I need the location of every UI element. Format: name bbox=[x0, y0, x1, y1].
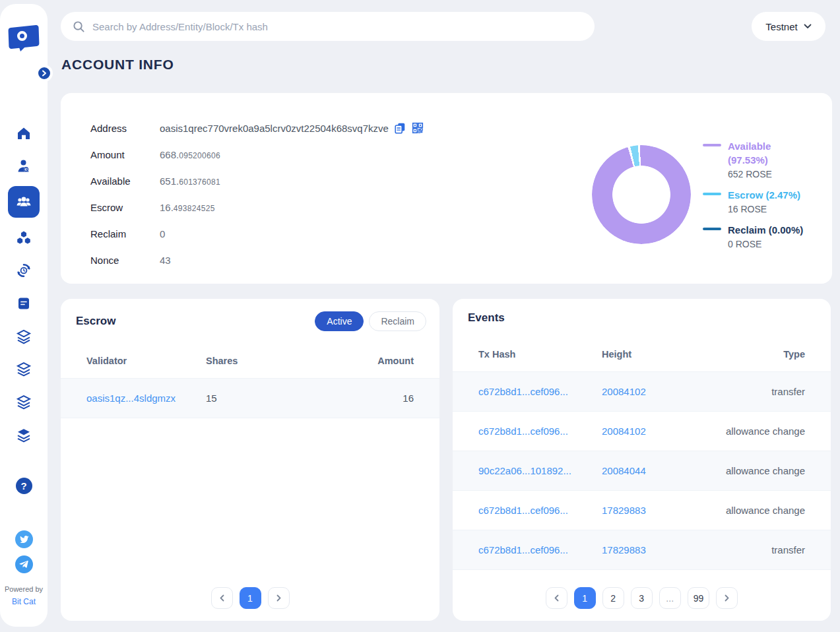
tx-hash-link[interactable]: c672b8d1...cef096... bbox=[478, 505, 568, 516]
bitcat-link[interactable]: Bit Cat bbox=[12, 597, 36, 606]
events-table-row: c672b8d1...cef096... 20084102 allowance … bbox=[453, 412, 831, 451]
legend-amount: 16 ROSE bbox=[728, 204, 800, 214]
next-page-button[interactable] bbox=[716, 587, 738, 609]
search-icon bbox=[73, 20, 85, 33]
reclaim-value: 0 bbox=[160, 228, 165, 239]
page-button-3[interactable]: 3 bbox=[631, 587, 653, 609]
donut-chart bbox=[592, 145, 691, 244]
logo-ring bbox=[17, 31, 27, 41]
legend-item-available[interactable]: Available (97.53%) 652 ROSE bbox=[703, 139, 814, 179]
tx-hash-link[interactable]: c672b8d1...cef096... bbox=[478, 386, 568, 397]
qr-code-button[interactable] bbox=[411, 121, 424, 135]
tx-hash-link[interactable]: c672b8d1...cef096... bbox=[478, 426, 568, 437]
events-title: Events bbox=[468, 311, 505, 325]
sidebar-nav bbox=[8, 120, 40, 449]
field-label: Address bbox=[90, 123, 160, 134]
twitter-link[interactable] bbox=[15, 530, 33, 548]
sidebar-item-paratime-2[interactable] bbox=[8, 356, 40, 383]
escrow-table: Validator Shares Amount oasis1qz...4sldg… bbox=[61, 349, 439, 418]
network-selector[interactable]: Testnet bbox=[752, 12, 825, 41]
chevron-left-icon bbox=[554, 594, 560, 602]
height-link[interactable]: 20084102 bbox=[602, 386, 646, 397]
network-label: Testnet bbox=[765, 21, 797, 32]
events-table: Tx Hash Height Type c672b8d1...cef096...… bbox=[453, 342, 831, 570]
legend-label: Available (97.53%) bbox=[728, 141, 771, 166]
app-logo[interactable] bbox=[9, 26, 39, 51]
logo-tail bbox=[17, 46, 25, 52]
sidebar-item-blocks[interactable] bbox=[8, 224, 40, 251]
users-group-icon bbox=[15, 193, 33, 211]
height-link[interactable]: 17829883 bbox=[602, 544, 646, 555]
escrow-integer: 16. bbox=[160, 202, 174, 213]
event-type: allowance change bbox=[702, 412, 831, 451]
tab-reclaim[interactable]: Reclaim bbox=[369, 311, 426, 331]
app-root: ? Powered by Bit Cat Testnet ACCOUNT INF… bbox=[0, 0, 840, 632]
tx-hash-link[interactable]: 90c22a06...101892... bbox=[478, 465, 571, 476]
legend-item-escrow[interactable]: Escrow (2.47%) 16 ROSE bbox=[703, 188, 814, 214]
prev-page-button[interactable] bbox=[211, 587, 233, 609]
validator-link[interactable]: oasis1qz...4sldgmzx bbox=[86, 393, 176, 404]
height-link[interactable]: 20084044 bbox=[602, 465, 646, 476]
copy-address-button[interactable] bbox=[393, 121, 406, 135]
height-link[interactable]: 17829883 bbox=[602, 505, 646, 516]
sidebar-item-proposals[interactable] bbox=[8, 290, 40, 317]
escrow-decimals: 493824525 bbox=[174, 204, 215, 213]
events-table-row: 90c22a06...101892... 20084044 allowance … bbox=[453, 451, 831, 491]
page-ellipsis[interactable]: ... bbox=[659, 587, 681, 609]
tab-active[interactable]: Active bbox=[315, 311, 364, 331]
legend-swatch-available bbox=[703, 144, 721, 146]
column-header-tx-hash: Tx Hash bbox=[453, 342, 597, 372]
legend-item-reclaim[interactable]: Reclaim (0.00%) 0 ROSE bbox=[703, 223, 814, 249]
page-button-99[interactable]: 99 bbox=[688, 587, 710, 609]
balance-donut-chart: Available (97.53%) 652 ROSE Escrow (2.47… bbox=[592, 139, 814, 249]
page-button-2[interactable]: 2 bbox=[602, 587, 624, 609]
home-icon bbox=[16, 125, 32, 141]
height-link[interactable]: 20084102 bbox=[602, 426, 646, 437]
sidebar-item-transactions[interactable] bbox=[8, 257, 40, 284]
sidebar-item-paratime-3[interactable] bbox=[8, 389, 40, 416]
event-type: allowance change bbox=[702, 451, 831, 491]
column-header-amount: Amount bbox=[326, 349, 439, 379]
copy-icon bbox=[393, 121, 406, 135]
amount-integer: 668. bbox=[160, 149, 179, 160]
sidebar-item-help[interactable]: ? bbox=[16, 478, 32, 494]
sidebar-expand-button[interactable] bbox=[36, 65, 52, 81]
amount-value: 16 bbox=[326, 379, 439, 418]
chart-legend: Available (97.53%) 652 ROSE Escrow (2.47… bbox=[703, 139, 814, 249]
events-table-row: c672b8d1...cef096... 17829883 allowance … bbox=[453, 491, 831, 530]
field-label: Escrow bbox=[90, 202, 160, 213]
sidebar-item-paratime-4[interactable] bbox=[8, 422, 40, 449]
account-address: oasis1qrec770vrek0a9a5lcrv0zvt22504k68sv… bbox=[160, 123, 389, 134]
page-button-1[interactable]: 1 bbox=[240, 587, 261, 609]
available-integer: 651. bbox=[160, 175, 179, 187]
event-type: transfer bbox=[702, 530, 831, 570]
cubes-icon bbox=[15, 229, 32, 246]
chevron-right-icon bbox=[276, 594, 282, 602]
amount-decimals: 095200606 bbox=[179, 151, 220, 160]
column-header-height: Height bbox=[597, 342, 702, 372]
column-header-validator: Validator bbox=[61, 349, 201, 379]
tx-hash-link[interactable]: c672b8d1...cef096... bbox=[478, 544, 568, 555]
column-header-shares: Shares bbox=[201, 349, 326, 379]
sidebar-item-home[interactable] bbox=[8, 120, 40, 146]
field-label: Nonce bbox=[90, 255, 160, 266]
column-header-type: Type bbox=[702, 342, 831, 372]
search-input[interactable] bbox=[92, 21, 583, 32]
events-table-row: c672b8d1...cef096... 20084102 transfer bbox=[453, 372, 831, 412]
available-decimals: 601376081 bbox=[179, 177, 220, 187]
layers-icon bbox=[15, 361, 32, 378]
next-page-button[interactable] bbox=[268, 587, 290, 609]
chevron-left-icon bbox=[219, 594, 225, 602]
legend-swatch-reclaim bbox=[703, 228, 721, 230]
chevron-right-icon bbox=[724, 594, 730, 602]
page-button-1[interactable]: 1 bbox=[574, 587, 596, 609]
sidebar-item-accounts[interactable] bbox=[8, 186, 40, 218]
sidebar-footer: Powered by Bit Cat bbox=[5, 523, 43, 627]
escrow-pagination: 1 bbox=[61, 587, 439, 609]
sidebar-item-validators[interactable] bbox=[8, 153, 40, 179]
events-table-row: c672b8d1...cef096... 17829883 transfer bbox=[453, 530, 831, 570]
document-icon bbox=[16, 296, 32, 311]
sidebar-item-paratime-1[interactable] bbox=[8, 323, 40, 350]
prev-page-button[interactable] bbox=[546, 587, 567, 609]
telegram-link[interactable] bbox=[15, 555, 33, 573]
